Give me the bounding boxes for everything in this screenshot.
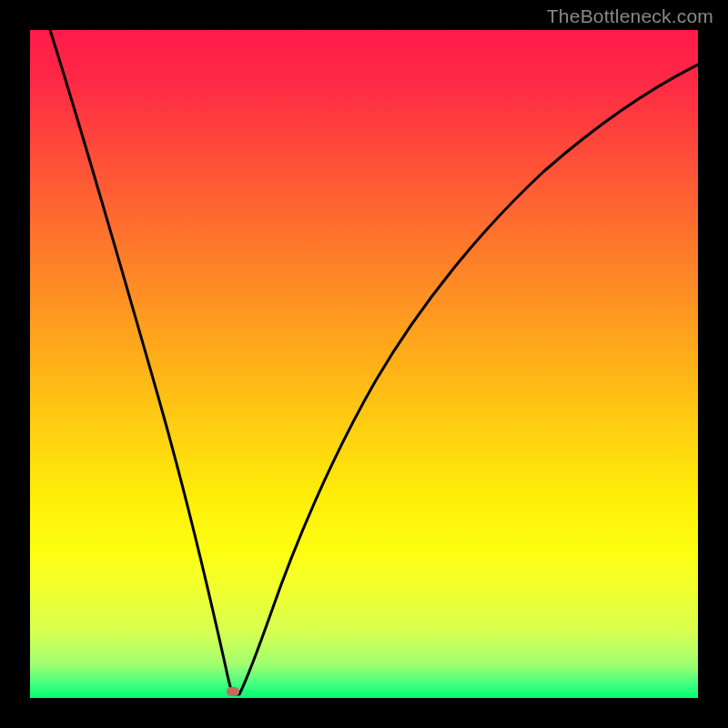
plot-area [30, 30, 698, 698]
chart-frame: TheBottleneck.com [0, 0, 728, 728]
min-marker [227, 687, 239, 696]
curve-svg [30, 30, 698, 698]
watermark-text: TheBottleneck.com [547, 5, 713, 27]
bottleneck-curve [50, 30, 698, 694]
